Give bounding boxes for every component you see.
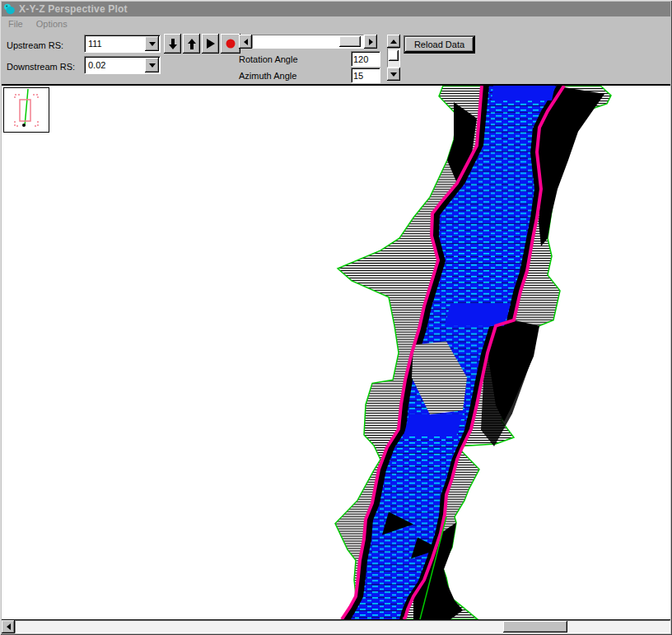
downstream-rs-value: 0.02 — [85, 60, 145, 70]
menu-bar: File Options — [2, 16, 670, 30]
up-arrow-icon — [390, 40, 397, 44]
left-arrow-icon — [7, 623, 11, 630]
vscroll-track[interactable] — [387, 48, 400, 68]
downstream-rs-label: Downstream RS: — [7, 62, 75, 72]
river-plot — [2, 86, 670, 619]
vscroll-up-button[interactable] — [387, 35, 400, 48]
hscroll-left-button[interactable] — [2, 620, 15, 633]
plot-area — [2, 84, 670, 620]
control-panel: Upstream RS: 111 Downstream RS: 0.02 — [2, 30, 670, 84]
downstream-rs-dropdown-button[interactable] — [145, 58, 159, 72]
app-icon — [3, 3, 16, 15]
window-title: X-Y-Z Perspective Plot — [19, 3, 128, 15]
hscroll-thumb[interactable] — [503, 621, 567, 633]
reload-data-button[interactable]: Reload Data — [404, 35, 475, 54]
upstream-rs-dropdown-button[interactable] — [145, 36, 159, 51]
navigator-box[interactable] — [3, 87, 49, 133]
vscroll-down-button[interactable] — [387, 68, 400, 81]
record-icon — [225, 38, 236, 49]
downstream-rs-combobox[interactable]: 0.02 — [84, 56, 161, 74]
slider-left-button[interactable] — [239, 35, 252, 49]
upstream-rs-label: Upstream RS: — [7, 40, 63, 50]
rotation-angle-label: Rotation Angle — [239, 54, 298, 64]
upstream-rs-combobox[interactable]: 111 — [84, 35, 161, 53]
angle-vertical-scrollbar[interactable] — [387, 35, 400, 81]
menu-file[interactable]: File — [2, 19, 30, 29]
azimuth-angle-label: Azimuth Angle — [239, 71, 296, 81]
vscroll-thumb[interactable] — [389, 50, 399, 61]
azimuth-angle-field[interactable] — [351, 68, 380, 83]
rotation-slider[interactable] — [239, 35, 377, 49]
step-down-button[interactable] — [164, 34, 181, 54]
upstream-rs-value: 111 — [85, 39, 145, 49]
animate-dots: .. — [215, 48, 218, 55]
navigator-plot — [4, 88, 49, 132]
down-arrow-icon — [168, 38, 178, 50]
slider-track[interactable] — [252, 35, 364, 49]
rotation-angle-field[interactable] — [351, 51, 380, 67]
app-window: X-Y-Z Perspective Plot File Options Upst… — [0, 0, 672, 635]
chevron-down-icon — [149, 63, 156, 68]
chevron-down-icon — [149, 42, 156, 46]
hscroll-track[interactable] — [15, 620, 670, 633]
step-up-button[interactable] — [183, 34, 200, 54]
record-button[interactable]: .. — [221, 34, 240, 54]
slider-thumb[interactable] — [339, 36, 361, 47]
left-arrow-icon — [244, 39, 248, 45]
title-bar[interactable]: X-Y-Z Perspective Plot — [2, 2, 670, 16]
up-arrow-icon — [187, 38, 197, 50]
right-arrow-icon — [369, 39, 373, 45]
animate-button[interactable]: .. — [202, 34, 219, 54]
down-arrow-icon — [390, 72, 397, 77]
bottom-scrollbar[interactable] — [2, 620, 670, 633]
slider-right-button[interactable] — [364, 35, 377, 49]
menu-options[interactable]: Options — [30, 19, 74, 29]
